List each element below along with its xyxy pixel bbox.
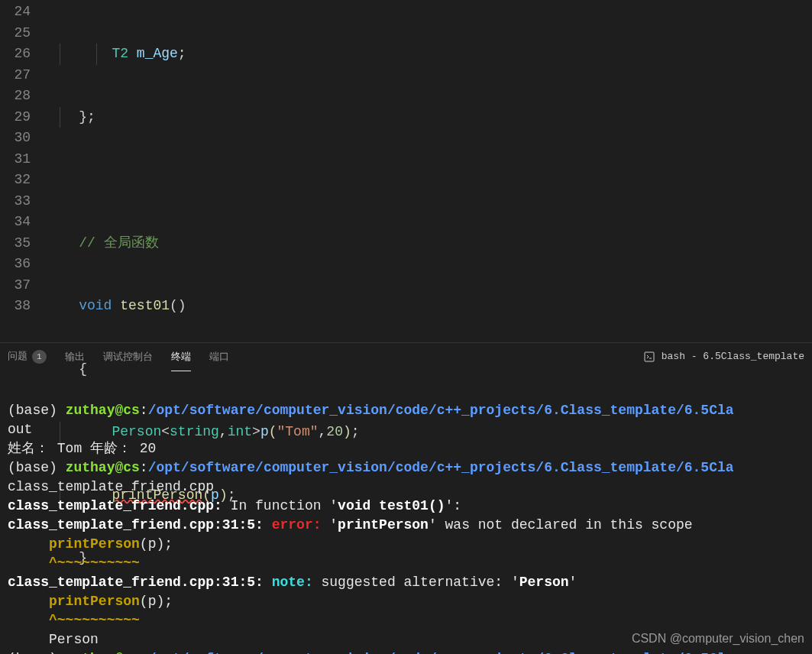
tab-label: 终端 bbox=[171, 351, 191, 363]
terminal-text: ' bbox=[569, 575, 577, 590]
bash-icon bbox=[643, 351, 655, 363]
prompt-sep: : bbox=[140, 460, 148, 475]
tab-terminal[interactable]: 终端 bbox=[171, 344, 191, 370]
type-token: T2 bbox=[112, 46, 128, 61]
terminal-text: (p); bbox=[140, 536, 173, 552]
tab-problems[interactable]: 问题1 bbox=[8, 343, 47, 370]
shell-label: bash - 6.5Class_template bbox=[662, 351, 804, 362]
panel-tabs: 问题1 输出 调试控制台 终端 端口 bash - 6.5Class_templ… bbox=[0, 343, 812, 370]
tab-label: 问题 bbox=[8, 351, 27, 362]
line-number: 26 bbox=[0, 44, 31, 65]
note-message: suggested alternative: ' bbox=[313, 575, 519, 590]
error-caret: ^~~~~~~~~~~ bbox=[49, 555, 140, 571]
line-number: 34 bbox=[0, 212, 31, 233]
error-message: ' was not declared in this scope bbox=[429, 517, 693, 533]
terminal-text: In function ' bbox=[222, 498, 338, 513]
line-number: 35 bbox=[0, 233, 31, 254]
note-symbol: Person bbox=[519, 575, 569, 590]
prompt-sep: : bbox=[140, 651, 148, 654]
line-number: 30 bbox=[0, 128, 31, 149]
prompt-path: /opt/software/computer_vision/code/c++_p… bbox=[148, 651, 734, 654]
error-label: error: bbox=[272, 517, 322, 533]
line-number: 27 bbox=[0, 65, 31, 86]
line-number: 33 bbox=[0, 191, 31, 212]
compiler-function: void test01() bbox=[338, 498, 445, 513]
problems-badge: 1 bbox=[32, 350, 47, 364]
prompt-sep: : bbox=[140, 403, 148, 418]
line-number: 29 bbox=[0, 107, 31, 128]
line-number: 28 bbox=[0, 86, 31, 107]
prompt-base: (base) bbox=[8, 651, 66, 654]
suggestion: Person bbox=[49, 632, 99, 647]
note-label: note: bbox=[272, 575, 313, 590]
error-caret: ^~~~~~~~~~~ bbox=[49, 613, 140, 628]
program-output: 姓名： Tom 年龄： 20 bbox=[8, 441, 156, 456]
comment: // 全局函数 bbox=[79, 235, 158, 251]
prompt-user: zuthay@cs bbox=[66, 651, 140, 654]
var-token: m_Age bbox=[137, 46, 178, 61]
prompt-base: (base) bbox=[8, 460, 66, 475]
terminal-text: ' bbox=[321, 517, 338, 533]
function-name: test01 bbox=[120, 298, 170, 313]
line-number: 38 bbox=[0, 296, 31, 317]
line-number: 25 bbox=[0, 23, 31, 44]
line-gutter: 24 25 26 27 28 29 30 31 32 33 34 35 36 3… bbox=[0, 0, 46, 342]
svg-rect-0 bbox=[645, 352, 654, 361]
tab-label: 端口 bbox=[209, 351, 229, 363]
terminal-text: class_template_friend.cpp bbox=[8, 479, 214, 494]
tab-output[interactable]: 输出 bbox=[65, 344, 85, 370]
watermark: CSDN @computer_vision_chen bbox=[632, 629, 804, 648]
line-number: 31 bbox=[0, 149, 31, 170]
prompt-user: zuthay@cs bbox=[66, 460, 140, 475]
prompt-path: /opt/software/computer_vision/code/c++_p… bbox=[148, 460, 734, 475]
keyword: void bbox=[79, 298, 112, 313]
compiler-location: class_template_friend.cpp:31:5: bbox=[8, 575, 264, 590]
code-editor[interactable]: 24 25 26 27 28 29 30 31 32 33 34 35 36 3… bbox=[0, 0, 812, 342]
tab-label: 输出 bbox=[65, 351, 85, 363]
terminal-output[interactable]: (base) zuthay@cs:/opt/software/computer_… bbox=[0, 370, 812, 654]
line-number: 32 bbox=[0, 170, 31, 191]
prompt-path: /opt/software/computer_vision/code/c++_p… bbox=[148, 403, 734, 418]
line-number: 37 bbox=[0, 275, 31, 296]
line-number: 24 bbox=[0, 2, 31, 23]
error-snippet: printPerson bbox=[49, 594, 140, 609]
tab-label: 调试控制台 bbox=[103, 351, 153, 363]
error-symbol: printPerson bbox=[338, 517, 429, 533]
compiler-file: class_template_friend.cpp: bbox=[8, 498, 222, 513]
bottom-panel: 问题1 输出 调试控制台 终端 端口 bash - 6.5Class_templ… bbox=[0, 342, 812, 654]
line-number: 36 bbox=[0, 254, 31, 275]
prompt-user: zuthay@cs bbox=[66, 403, 140, 418]
terminal-text: (p); bbox=[140, 594, 173, 609]
terminal-text: out bbox=[8, 422, 32, 437]
tab-ports[interactable]: 端口 bbox=[209, 344, 229, 370]
code-area[interactable]: T2 m_Age; }; // 全局函数 void test01() { Per… bbox=[46, 0, 812, 342]
prompt-base: (base) bbox=[8, 403, 66, 418]
error-snippet: printPerson bbox=[49, 536, 140, 552]
terminal-shell-selector[interactable]: bash - 6.5Class_template bbox=[643, 351, 804, 363]
compiler-location: class_template_friend.cpp:31:5: bbox=[8, 517, 264, 533]
tab-debug-console[interactable]: 调试控制台 bbox=[103, 344, 153, 370]
